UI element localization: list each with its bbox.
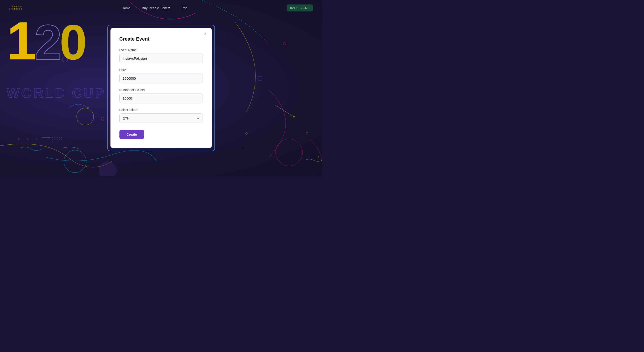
modal-title: Create Event: [120, 36, 203, 42]
modal-overlay: × Create Event Event Name: Price: Number…: [0, 0, 322, 176]
token-label: Select Token:: [120, 108, 203, 112]
token-group: Select Token: ETH USDC USDT DAI: [120, 108, 203, 123]
event-name-input[interactable]: [120, 54, 203, 63]
event-name-label: Event Name:: [120, 48, 203, 52]
modal-close-button[interactable]: ×: [203, 31, 208, 37]
tickets-input[interactable]: [120, 94, 203, 103]
tickets-group: Number of Tickets:: [120, 88, 203, 103]
token-select[interactable]: ETH USDC USDT DAI: [120, 113, 203, 123]
price-group: Price:: [120, 68, 203, 83]
create-event-modal: × Create Event Event Name: Price: Number…: [110, 28, 212, 148]
price-label: Price:: [120, 68, 203, 72]
modal-frame: × Create Event Event Name: Price: Number…: [107, 25, 215, 151]
event-name-group: Event Name:: [120, 48, 203, 63]
tickets-label: Number of Tickets:: [120, 88, 203, 92]
price-input[interactable]: [120, 74, 203, 83]
create-button[interactable]: Create: [120, 130, 144, 139]
